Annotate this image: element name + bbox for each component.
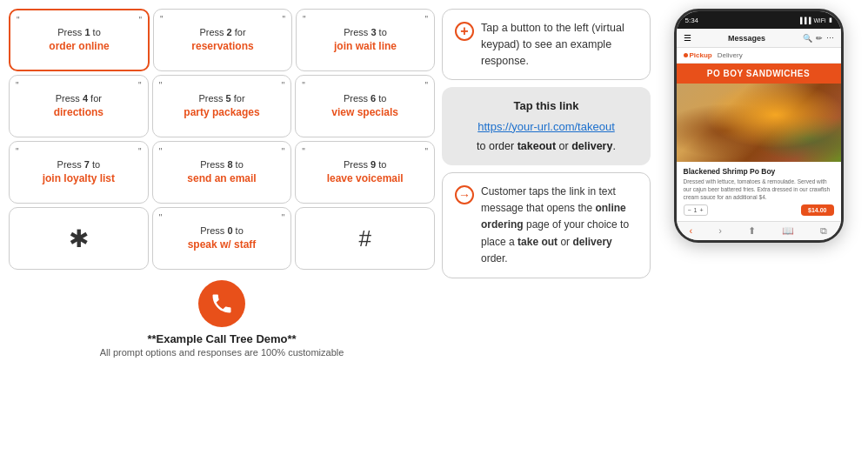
quote-right-5: " bbox=[282, 81, 285, 90]
quote-left-9: " bbox=[302, 147, 305, 157]
quote-left-1: " bbox=[17, 16, 20, 25]
tap-button-text: Tap a button to the left (virtual keypad… bbox=[481, 20, 638, 69]
keypad-row-1: " " Press 1 to order online " " Press 2 … bbox=[9, 9, 435, 71]
restaurant-name: PO BOY SANDWICHES bbox=[684, 69, 834, 78]
phone-status-bar: 5:34 ▐▐▐ WiFi ▮ bbox=[677, 11, 841, 29]
quote-left-0: " bbox=[159, 213, 163, 223]
delivery-bold: delivery bbox=[571, 140, 612, 152]
quote-right-1: " bbox=[138, 16, 142, 25]
key-6-label: Press 6 to bbox=[344, 92, 387, 104]
online-ordering-bold: online ordering bbox=[481, 202, 626, 231]
nav-book-icon[interactable]: 📖 bbox=[782, 225, 794, 237]
key-hash-button[interactable]: # bbox=[295, 207, 435, 270]
quantity-control[interactable]: − 1 + bbox=[684, 204, 708, 216]
key-star-button[interactable]: ✱ bbox=[9, 207, 149, 270]
item-actions: − 1 + $14.00 bbox=[684, 204, 834, 216]
key-0-button[interactable]: " " Press 0 to speak w/ staff bbox=[152, 207, 292, 270]
qty-minus[interactable]: − bbox=[688, 207, 691, 213]
key-8-action: send an email bbox=[187, 172, 256, 186]
key-5-label: Press 5 for bbox=[198, 92, 244, 104]
restaurant-header: PO BOY SANDWICHES bbox=[677, 64, 841, 84]
quote-right-4: " bbox=[138, 81, 142, 90]
nav-forward-icon[interactable]: › bbox=[718, 225, 722, 237]
key-4-action: directions bbox=[54, 106, 103, 120]
quote-left-6: " bbox=[302, 81, 305, 90]
search-icon[interactable]: 🔍 bbox=[803, 34, 812, 43]
key-3-label: Press 3 to bbox=[344, 26, 387, 38]
key-2-button[interactable]: " " Press 2 for reservations bbox=[153, 9, 292, 71]
qty-value: 1 bbox=[694, 207, 698, 213]
key-4-button[interactable]: " " Press 4 for directions bbox=[9, 75, 149, 137]
nav-share-icon[interactable]: ⬆ bbox=[748, 225, 756, 237]
signal-icon: ▐▐▐ bbox=[798, 17, 811, 23]
compose-icon[interactable]: ✏ bbox=[816, 34, 823, 43]
delivery-options-bar: Pickup Delivery bbox=[677, 48, 841, 64]
plus-circle-icon: + bbox=[455, 22, 474, 41]
hamburger-icon[interactable]: ☰ bbox=[684, 33, 691, 43]
key-9-action: leave voicemail bbox=[327, 172, 404, 186]
key-5-button[interactable]: " " Press 5 for party packages bbox=[152, 75, 292, 137]
messages-title: Messages bbox=[728, 34, 765, 43]
key-0-label: Press 0 to bbox=[200, 224, 244, 237]
key-4-label: Press 4 for bbox=[56, 92, 102, 104]
quote-left-5: " bbox=[159, 81, 163, 90]
food-image bbox=[677, 84, 841, 162]
nav-tabs-icon[interactable]: ⧉ bbox=[820, 225, 827, 237]
key-6-button[interactable]: " " Press 6 to view specials bbox=[295, 75, 435, 137]
quote-left-4: " bbox=[16, 81, 19, 90]
more-icon[interactable]: ⋯ bbox=[826, 34, 834, 43]
qty-plus[interactable]: + bbox=[700, 207, 704, 213]
key-7-action: join loyalty list bbox=[43, 172, 115, 186]
quote-right-9: " bbox=[424, 147, 428, 157]
phone-messages-header: ☰ Messages 🔍 ✏ ⋯ bbox=[677, 29, 841, 48]
key-1-label: Press 1 to bbox=[57, 26, 101, 38]
add-to-cart-button[interactable]: $14.00 bbox=[801, 204, 833, 216]
quote-right-8: " bbox=[282, 147, 285, 157]
delivery-option[interactable]: Delivery bbox=[718, 51, 743, 59]
key-8-button[interactable]: " " Press 8 to send an email bbox=[152, 141, 292, 204]
pickup-option[interactable]: Pickup bbox=[684, 51, 712, 59]
quote-right-3: " bbox=[424, 15, 428, 24]
key-3-button[interactable]: " " Press 3 to join wait line bbox=[296, 9, 435, 71]
phone-mockup: 5:34 ▐▐▐ WiFi ▮ ☰ Messages 🔍 ✏ ⋯ Pickup bbox=[674, 9, 844, 243]
key-9-label: Press 9 to bbox=[344, 158, 387, 171]
key-7-button[interactable]: " " Press 7 to join loyalty list bbox=[9, 141, 149, 204]
quote-left-2: " bbox=[160, 15, 164, 24]
link-info-box: Tap this link https://your-url.com/takeo… bbox=[442, 87, 651, 165]
takeout-bold: takeout bbox=[517, 140, 556, 152]
quote-right-2: " bbox=[282, 15, 285, 24]
item-description: Dressed with lettuce, tomatoes & remoula… bbox=[684, 177, 834, 201]
bottom-info-box: → Customer taps the link in text message… bbox=[442, 172, 651, 278]
arrow-circle-icon: → bbox=[455, 185, 474, 204]
bottom-info-text: Customer taps the link in text message t… bbox=[481, 184, 638, 267]
key-5-action: party packages bbox=[184, 106, 259, 120]
delivery-bold-2: delivery bbox=[572, 236, 611, 248]
star-symbol: ✱ bbox=[69, 224, 89, 253]
key-9-button[interactable]: " " Press 9 to leave voicemail bbox=[295, 141, 435, 204]
item-card: Blackened Shrimp Po Boy Dressed with let… bbox=[677, 162, 841, 221]
key-1-button[interactable]: " " Press 1 to order online bbox=[9, 9, 150, 71]
phone-bottom-nav: ‹ › ⬆ 📖 ⧉ bbox=[677, 221, 841, 240]
keypad-row-4: ✱ " " Press 0 to speak w/ staff # bbox=[9, 207, 435, 270]
link-description: to order takeout or delivery. bbox=[454, 138, 638, 155]
delivery-label: Delivery bbox=[718, 51, 743, 59]
item-name: Blackened Shrimp Po Boy bbox=[684, 167, 834, 176]
quote-right-7: " bbox=[138, 147, 142, 157]
phone-circle-icon bbox=[198, 280, 245, 327]
key-2-action: reservations bbox=[191, 40, 253, 54]
battery-icon: ▮ bbox=[829, 17, 832, 23]
quote-left-3: " bbox=[303, 15, 306, 24]
takeout-link[interactable]: https://your-url.com/takeout bbox=[454, 118, 638, 136]
food-image-overlay bbox=[677, 84, 841, 162]
link-title: Tap this link bbox=[454, 97, 638, 115]
phone-svg-icon bbox=[210, 291, 234, 316]
demo-section: **Example Call Tree Demo** All prompt op… bbox=[9, 277, 435, 361]
tap-button-info-box: + Tap a button to the left (virtual keyp… bbox=[442, 9, 651, 80]
key-0-action: speak w/ staff bbox=[188, 238, 257, 252]
demo-subtitle: All prompt options and responses are 100… bbox=[100, 347, 344, 358]
pickup-label: Pickup bbox=[690, 51, 712, 59]
wifi-icon: WiFi bbox=[814, 17, 826, 23]
messages-action-icons: 🔍 ✏ ⋯ bbox=[803, 34, 834, 43]
nav-back-icon[interactable]: ‹ bbox=[690, 225, 693, 237]
hash-symbol: # bbox=[358, 225, 371, 252]
